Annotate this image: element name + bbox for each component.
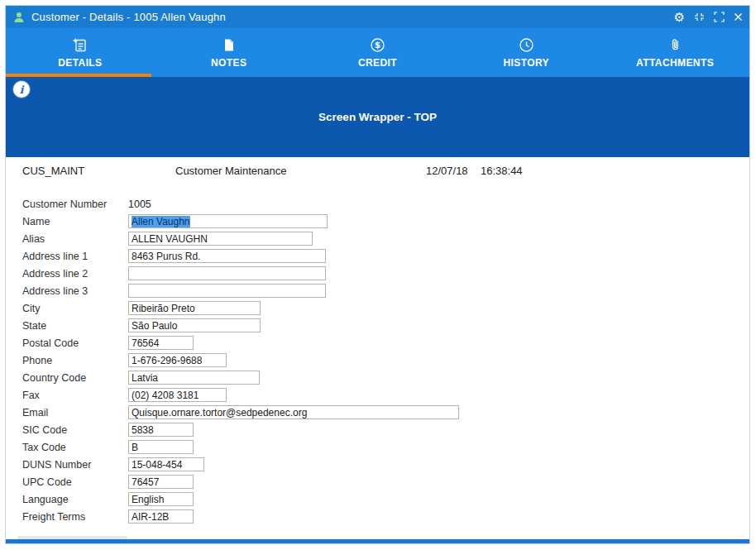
form-row-sic-code: SIC Code5838 <box>6 421 749 438</box>
form-row-duns-number: DUNS Number15-048-454 <box>6 456 749 473</box>
customer-number-row: Customer Number 1005 <box>6 195 749 213</box>
name-input[interactable]: Allen Vaughn <box>128 214 328 228</box>
address-1-input[interactable]: 8463 Purus Rd. <box>128 249 326 263</box>
phone-input[interactable]: 1-676-296-9688 <box>128 353 227 367</box>
country-code-input[interactable]: Latvia <box>128 371 260 385</box>
form-row-alias: AliasALLEN VAUGHN <box>6 230 749 247</box>
address-1-label: Address line 1 <box>22 251 128 262</box>
form-row-tax-code: Tax CodeB <box>6 438 749 456</box>
freight-terms-label: Freight Terms <box>22 511 128 523</box>
tab-label: ATTACHMENTS <box>636 57 714 69</box>
credit-dollar-icon: $ <box>370 37 385 53</box>
language-label: Language <box>22 494 128 505</box>
tabbar: DETAILSNOTES$CREDITHISTORYATTACHMENTS <box>6 28 749 77</box>
titlebar: Customer - Details - 1005 Allen Vaughn ⚙ <box>6 6 749 28</box>
info-icon[interactable]: i <box>13 81 30 98</box>
address-2-label: Address line 2 <box>22 268 128 280</box>
customer-number-label: Customer Number <box>22 198 128 210</box>
fax-label: Fax <box>22 390 128 401</box>
tab-history[interactable]: HISTORY <box>452 28 600 77</box>
address-3-label: Address line 3 <box>22 285 128 297</box>
sic-code-value: 5838 <box>132 424 154 436</box>
tax-code-label: Tax Code <box>22 442 128 453</box>
form-row-upc-code: UPC Code76457 <box>6 473 749 490</box>
form-row-language: LanguageEnglish <box>6 490 749 508</box>
titlebar-actions: ⚙ <box>674 11 743 23</box>
upc-code-input[interactable]: 76457 <box>128 475 194 489</box>
country-code-label: Country Code <box>22 372 128 384</box>
details-content: CUS_MAINT Customer Maintenance 12/07/18 … <box>6 157 749 539</box>
customer-form: Customer Number 1005 NameAllen VaughnAli… <box>6 195 749 525</box>
city-value: Ribeirão Preto <box>132 303 195 314</box>
fax-value: (02) 4208 3181 <box>132 390 199 401</box>
restore-window-icon[interactable] <box>694 12 705 22</box>
sic-code-input[interactable]: 5838 <box>128 423 194 437</box>
program-date: 12/07/18 <box>426 165 469 177</box>
state-value: São Paulo <box>132 320 177 332</box>
tab-attachments[interactable]: ATTACHMENTS <box>600 28 749 77</box>
form-row-address-2: Address line 2 <box>6 265 749 282</box>
form-row-state: StateSão Paulo <box>6 317 749 334</box>
alias-label: Alias <box>22 233 128 245</box>
program-header-row: CUS_MAINT Customer Maintenance 12/07/18 … <box>6 157 749 177</box>
upc-code-value: 76457 <box>132 476 159 488</box>
sic-code-label: SIC Code <box>22 424 128 436</box>
address-2-input[interactable] <box>128 266 326 280</box>
form-row-address-1: Address line 18463 Purus Rd. <box>6 247 749 265</box>
name-value: Allen Vaughn <box>132 216 190 227</box>
freight-terms-value: AIR-12B <box>132 511 169 523</box>
form-row-fax: Fax(02) 4208 3181 <box>6 386 749 404</box>
postal-code-input[interactable]: 76564 <box>128 336 194 350</box>
postal-code-value: 76564 <box>132 337 159 349</box>
form-row-name: NameAllen Vaughn <box>6 213 749 230</box>
state-input[interactable]: São Paulo <box>128 318 261 332</box>
form-row-postal-code: Postal Code76564 <box>6 334 749 352</box>
form-row-email: EmailQuisque.ornare.tortor@sedpedenec.or… <box>6 404 749 421</box>
svg-text:$: $ <box>375 41 380 50</box>
program-name: Customer Maintenance <box>175 165 426 177</box>
settings-gear-icon[interactable]: ⚙ <box>674 11 685 23</box>
name-label: Name <box>22 216 128 227</box>
tax-code-value: B <box>132 442 138 453</box>
alias-input[interactable]: ALLEN VAUGHN <box>128 232 313 246</box>
tab-label: HISTORY <box>504 57 549 69</box>
tab-label: DETAILS <box>58 57 102 69</box>
form-row-city: CityRibeirão Preto <box>6 299 749 317</box>
email-input[interactable]: Quisque.ornare.tortor@sedpedenec.org <box>128 405 459 419</box>
freight-terms-input[interactable]: AIR-12B <box>128 509 194 524</box>
postal-code-label: Postal Code <box>22 337 128 349</box>
maximize-window-icon[interactable] <box>714 12 725 22</box>
notes-document-icon <box>221 37 237 53</box>
tab-label: NOTES <box>211 57 246 69</box>
duns-number-input[interactable]: 15-048-454 <box>128 457 204 471</box>
window-title: Customer - Details - 1005 Allen Vaughn <box>31 11 226 23</box>
customer-details-window: Customer - Details - 1005 Allen Vaughn ⚙ <box>5 5 750 544</box>
email-label: Email <box>22 407 128 418</box>
program-id: CUS_MAINT <box>22 165 175 177</box>
city-input[interactable]: Ribeirão Preto <box>128 301 261 315</box>
tab-credit[interactable]: $CREDIT <box>304 28 452 77</box>
country-code-value: Latvia <box>132 372 158 384</box>
duns-number-label: DUNS Number <box>22 459 128 471</box>
screen-wrapper-banner: i Screen Wrapper - TOP <box>6 77 749 157</box>
tax-code-input[interactable]: B <box>128 440 194 454</box>
duns-number-value: 15-048-454 <box>132 459 182 471</box>
email-value: Quisque.ornare.tortor@sedpedenec.org <box>132 407 307 418</box>
form-row-phone: Phone1-676-296-9688 <box>6 352 749 369</box>
customer-number-value: 1005 <box>128 198 151 210</box>
attachments-paperclip-icon <box>667 37 683 53</box>
address-1-value: 8463 Purus Rd. <box>132 251 200 262</box>
tab-label: CREDIT <box>358 57 397 69</box>
close-icon[interactable] <box>734 12 743 22</box>
fax-input[interactable]: (02) 4208 3181 <box>128 388 227 402</box>
city-label: City <box>22 303 128 314</box>
state-label: State <box>22 320 128 332</box>
details-form-icon <box>72 37 88 53</box>
language-value: English <box>132 494 164 505</box>
language-input[interactable]: English <box>128 492 194 506</box>
form-row-country-code: Country CodeLatvia <box>6 369 749 386</box>
address-3-input[interactable] <box>128 284 326 298</box>
form-row-address-3: Address line 3 <box>6 282 749 299</box>
tab-notes[interactable]: NOTES <box>155 28 304 77</box>
tab-details[interactable]: DETAILS <box>6 28 155 77</box>
